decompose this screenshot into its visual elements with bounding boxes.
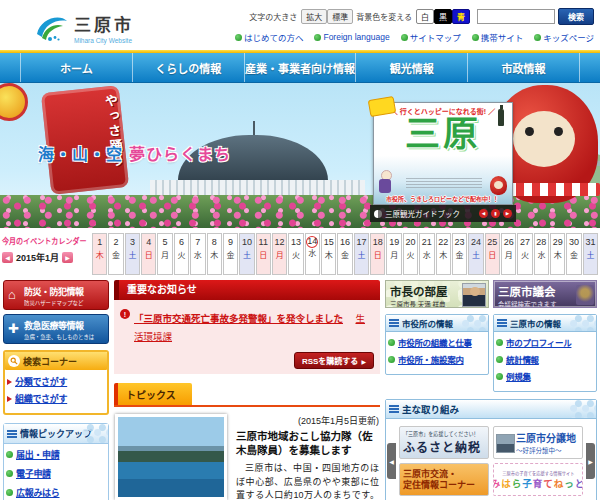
font-enlarge-button[interactable]: 拡大 [301,9,327,24]
council-banner[interactable]: 三原市議会 会議録検索できます [493,280,597,308]
bg-black-button[interactable]: 黒 [434,9,452,24]
house-icon: ⌂ [8,288,16,301]
calendar-day-26[interactable]: 26月 [501,233,516,275]
calendar-day-14[interactable]: 14水 [305,233,320,275]
search-input[interactable] [477,9,555,24]
calendar-day-12[interactable]: 12月 [272,233,287,275]
bousai-button[interactable]: ⌂ 防災・防犯情報 防災ハザードマップなど [3,280,109,310]
slide-indicator-icon [374,210,382,218]
menu-icon [497,319,507,327]
quick-link-0[interactable]: はじめての方へ [235,31,304,43]
calendar-day-27[interactable]: 27火 [517,233,532,275]
calendar-next-button[interactable]: ▶ [62,252,73,263]
topics-article: (2015年1月5日更新) 三原市地域おこし協力隊（佐木島隊員）を募集します 三… [114,407,380,500]
calendar-weekday: 水 [535,250,548,262]
cityhall-link-1[interactable]: 市役所・施設案内 [398,353,464,365]
quick-link-2[interactable]: サイトマップ [401,31,461,43]
bg-color-label: 背景色を変える [356,11,412,22]
initiative-banner-bunjo[interactable]: 三原市分譲地～好評分譲中～ [493,426,583,459]
notice-link[interactable]: 「三原市交通死亡事故多発警報」を発令しました [134,313,343,324]
calendar-day-number: 29 [552,236,563,250]
calendar-day-24[interactable]: 24土 [468,233,483,275]
calendar-day-22[interactable]: 22木 [436,233,451,275]
quick-link-4[interactable]: キッズページ [534,31,594,43]
calendar-day-28[interactable]: 28水 [534,233,549,275]
calendar-weekday: 木 [93,250,106,262]
calendar-day-8[interactable]: 8木 [207,233,222,275]
calendar-day-25[interactable]: 25日 [485,233,500,275]
cityinfo-box: 三原市の情報 市のプロフィール統計情報例規集 [493,314,597,392]
search-corner-link-1[interactable]: 組織でさがす [15,392,67,405]
calendar-day-1[interactable]: 1木 [92,233,107,275]
cityinfo-link-2[interactable]: 例規集 [506,370,531,382]
slide-next-button[interactable]: ▶ [503,209,512,218]
calendar-day-23[interactable]: 23金 [452,233,467,275]
quick-link-3[interactable]: 携帯サイト [472,31,524,43]
bg-blue-button[interactable]: 青 [452,9,470,24]
calendar-weekday: 金 [567,250,580,262]
slide-caption-text: 三原観光ガイドブック [385,208,476,219]
cityinfo-link-0[interactable]: 市のプロフィール [506,336,571,348]
guidebook-slide[interactable]: 行くとハッピーになれる街! 三原 市役所、うきしろロビーなどで配布中！！ [373,102,513,205]
calendar-day-13[interactable]: 13火 [288,233,303,275]
quick-link-label: 携帯サイト [481,31,524,43]
calendar-day-18[interactable]: 18日 [370,233,385,275]
initiative-banner-kosodate[interactable]: 三原市の子育てを応援する情報サイトみはら子育てねっと [493,463,583,496]
calendar-day-31[interactable]: 31土 [583,233,598,275]
green-bullet-icon [496,373,503,380]
initiative-banner-koryu[interactable]: 三原市交流・定住情報コーナー [399,463,489,496]
cityhall-link-0[interactable]: 市役所の組織と仕事 [398,336,472,348]
site-logo[interactable]: 三原市 Mihara City Website [34,4,134,50]
calendar-day-17[interactable]: 17土 [354,233,369,275]
initiatives-next-button[interactable]: ▶ [586,443,595,479]
article-title-link[interactable]: 三原市地域おこし協力隊（佐木島隊員）を募集します [236,429,379,457]
calendar-prev-button[interactable]: ◀ [2,252,13,263]
calendar-day-11[interactable]: 11日 [256,233,271,275]
calendar-day-number: 27 [520,236,531,250]
search-corner-link-0[interactable]: 分類でさがす [15,375,67,388]
quick-link-1[interactable]: Foreign language [314,31,389,43]
nav-item-0[interactable]: ホーム [20,53,132,82]
calendar-day-19[interactable]: 19月 [386,233,401,275]
calendar-day-15[interactable]: 15木 [321,233,336,275]
calendar-day-number: 24 [470,236,481,250]
calendar-weekday: 月 [387,250,400,262]
calendar-day-10[interactable]: 10土 [239,233,254,275]
nav-item-3[interactable]: 観光情報 [355,53,467,82]
search-button[interactable]: 検索 [558,8,594,25]
calendar-day-16[interactable]: 16金 [337,233,352,275]
center-column: 重要なお知らせ ! 「三原市交通死亡事故多発警報」を発令しました 生活環境課 R… [114,280,380,500]
calendar-day-9[interactable]: 9金 [223,233,238,275]
calendar-day-3[interactable]: 3土 [125,233,140,275]
pickup-link-1[interactable]: 電子申請 [16,467,51,480]
quick-link-label: Foreign language [323,32,389,42]
mayor-banner[interactable]: 市長の部屋 三原市長 天満 祥典 [385,280,489,308]
font-standard-button[interactable]: 標準 [327,9,353,24]
cityinfo-link-1[interactable]: 統計情報 [506,353,539,365]
bg-white-button[interactable]: 白 [416,9,434,24]
calendar-day-2[interactable]: 2金 [108,233,123,275]
calendar-day-5[interactable]: 5月 [157,233,172,275]
pickup-link-0[interactable]: 届出・申請 [16,448,60,461]
calendar-day-21[interactable]: 21水 [419,233,434,275]
calendar-day-7[interactable]: 7水 [190,233,205,275]
slide-prev-button[interactable]: ◀ [479,209,488,218]
pickup-link-2[interactable]: 広報みはら [16,486,60,499]
calendar-day-number: 6 [176,236,187,250]
calendar-day-6[interactable]: 6火 [174,233,189,275]
calendar-day-29[interactable]: 29木 [550,233,565,275]
calendar-day-30[interactable]: 30金 [566,233,581,275]
nav-item-4[interactable]: 市政情報 [467,53,580,82]
pickup-link-row: 広報みはら [6,486,106,499]
initiatives-prev-button[interactable]: ◀ [387,443,396,479]
initiative-banner-furusato[interactable]: 「三原市」を応援してください！ふるさと納税 [399,426,489,459]
slide-pause-button[interactable]: ▮ [491,209,500,218]
rss-button[interactable]: RSSを購読する [294,352,374,369]
calendar-day-number: 12 [274,236,285,250]
slide-fine-print [406,178,482,190]
calendar-day-20[interactable]: 20火 [403,233,418,275]
nav-item-2[interactable]: 産業・事業者向け情報 [244,53,356,82]
calendar-day-4[interactable]: 4日 [141,233,156,275]
kyukyu-button[interactable]: ✚ 救急医療等情報 急病・急患、もしものときは [3,314,109,344]
nav-item-1[interactable]: くらしの情報 [132,53,244,82]
